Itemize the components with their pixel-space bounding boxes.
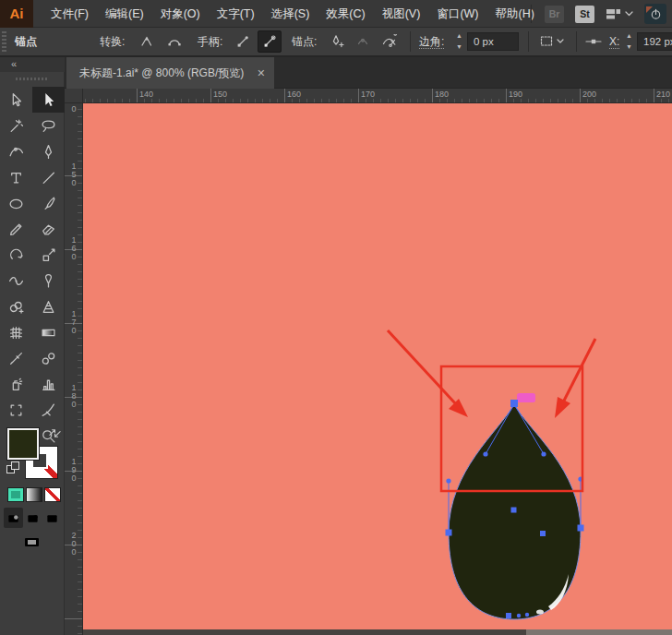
horizontal-scrollbar[interactable] bbox=[83, 629, 672, 635]
width-tool[interactable] bbox=[0, 268, 32, 294]
bottom-anchor bbox=[506, 613, 511, 618]
corner-input[interactable]: 0 px bbox=[467, 32, 519, 51]
mesh-icon bbox=[8, 325, 24, 341]
eraser-icon bbox=[41, 222, 56, 237]
x-stepper[interactable]: ▲ ▼ bbox=[624, 32, 634, 51]
anchor-position-icon bbox=[582, 30, 606, 53]
horizontal-ruler[interactable]: 140150160170180190200210 bbox=[83, 89, 672, 103]
vertical-ruler[interactable]: 140150160170180190200 bbox=[65, 103, 83, 635]
artboard-icon bbox=[8, 402, 24, 418]
control-bar-title: 锚点 bbox=[15, 28, 37, 55]
artboard-tool[interactable] bbox=[0, 397, 32, 423]
workspace-switcher[interactable] bbox=[606, 7, 633, 21]
blend-tool[interactable] bbox=[32, 345, 65, 371]
remove-anchor-button[interactable] bbox=[351, 30, 375, 53]
tools-panel-grip[interactable] bbox=[16, 78, 49, 80]
show-handles-button[interactable] bbox=[258, 30, 282, 53]
convert-to-smooth-button[interactable] bbox=[162, 30, 186, 53]
stepper-down-icon[interactable]: ▼ bbox=[456, 43, 462, 51]
stepper-up-icon[interactable]: ▲ bbox=[626, 32, 632, 40]
fill-swatch[interactable] bbox=[7, 428, 39, 460]
x-label[interactable]: X: bbox=[609, 28, 619, 55]
ruler-origin-corner[interactable] bbox=[65, 89, 83, 103]
right-anchor bbox=[578, 525, 584, 532]
rotate-tool[interactable] bbox=[0, 242, 32, 268]
cut-path-button[interactable] bbox=[377, 30, 401, 53]
gradient-button[interactable] bbox=[26, 487, 42, 502]
x-input[interactable]: 192 px bbox=[637, 32, 672, 51]
hide-handles-button[interactable] bbox=[231, 30, 255, 53]
lasso-tool[interactable] bbox=[32, 113, 65, 138]
menu-item-7[interactable]: 窗口(W) bbox=[428, 0, 486, 28]
curvature-tool[interactable] bbox=[0, 138, 32, 164]
document-tab-title: 未标题-1.ai* @ 800% (RGB/预览) bbox=[79, 66, 244, 81]
vruler-label-180: 180 bbox=[69, 384, 78, 409]
add-anchor-button[interactable] bbox=[325, 30, 349, 53]
close-icon[interactable]: ✕ bbox=[257, 67, 265, 79]
menu-item-2[interactable]: 对象(O) bbox=[152, 0, 209, 28]
vruler-label-190: 190 bbox=[69, 458, 78, 483]
panel-grip[interactable] bbox=[2, 31, 6, 54]
type-tool[interactable] bbox=[0, 164, 32, 190]
eraser-tool[interactable] bbox=[32, 216, 65, 242]
color-button[interactable] bbox=[7, 487, 24, 502]
menu-item-6[interactable]: 视图(V) bbox=[374, 0, 429, 28]
mesh-tool[interactable] bbox=[0, 319, 32, 345]
vruler-label-140: 140 bbox=[69, 103, 78, 114]
collapse-panel-icon[interactable]: « bbox=[11, 58, 17, 69]
corner-stepper[interactable]: ▲ ▼ bbox=[454, 32, 464, 51]
stock-icon[interactable]: St bbox=[575, 6, 594, 23]
curvature-icon bbox=[8, 144, 24, 160]
menu-item-1[interactable]: 编辑(E) bbox=[97, 0, 152, 28]
convert-to-corner-button[interactable] bbox=[135, 30, 159, 53]
ellipse-tool[interactable] bbox=[0, 190, 32, 216]
paintbrush-tool[interactable] bbox=[32, 190, 65, 216]
direct-selection-tool[interactable] bbox=[32, 87, 65, 113]
vruler-label-160: 160 bbox=[69, 236, 78, 261]
shaper-tool[interactable] bbox=[0, 216, 32, 242]
pink-handle[interactable] bbox=[517, 393, 535, 402]
perspective-grid-tool[interactable] bbox=[32, 294, 65, 319]
menu-item-5[interactable]: 效果(C) bbox=[318, 0, 373, 28]
draw-normal-button[interactable] bbox=[4, 508, 23, 528]
apex-anchor bbox=[510, 400, 518, 407]
draw-inside-button[interactable] bbox=[42, 508, 62, 528]
symbol-sprayer-tool[interactable] bbox=[0, 371, 32, 397]
column-graph-tool[interactable] bbox=[32, 371, 65, 397]
document-tab[interactable]: 未标题-1.ai* @ 800% (RGB/预览) ✕ bbox=[66, 57, 274, 89]
symbol-sprayer-icon bbox=[8, 377, 24, 392]
stepper-down-icon[interactable]: ▼ bbox=[626, 43, 632, 51]
shape-builder-tool[interactable] bbox=[0, 294, 32, 319]
draw-behind-button[interactable] bbox=[23, 508, 42, 528]
screen-mode-button[interactable] bbox=[20, 533, 44, 554]
gradient-tool[interactable] bbox=[32, 319, 65, 345]
pen-tool[interactable] bbox=[32, 138, 65, 164]
line-segment-tool[interactable] bbox=[32, 164, 65, 190]
menu-item-0[interactable]: 文件(F) bbox=[42, 0, 97, 28]
hruler-label-210: 210 bbox=[656, 90, 670, 99]
artboard-canvas[interactable] bbox=[83, 103, 672, 629]
swap-fill-stroke-icon[interactable] bbox=[48, 426, 62, 440]
scrollbar-thumb[interactable] bbox=[83, 629, 526, 635]
selection-icon bbox=[8, 92, 24, 108]
bridge-icon[interactable]: Br bbox=[545, 6, 564, 23]
divider bbox=[410, 31, 411, 52]
isolate-selected-button[interactable] bbox=[535, 30, 569, 53]
menu-item-4[interactable]: 选择(S) bbox=[263, 0, 318, 28]
workspace-icon bbox=[606, 7, 621, 21]
divider bbox=[531, 5, 532, 23]
tools-grid bbox=[0, 87, 65, 449]
corner-label[interactable]: 边角: bbox=[419, 28, 444, 55]
power-icon[interactable] bbox=[644, 4, 666, 24]
selection-tool[interactable] bbox=[0, 87, 32, 113]
scale-tool[interactable] bbox=[32, 242, 65, 268]
slice-tool[interactable] bbox=[32, 397, 65, 423]
magic-wand-tool[interactable] bbox=[0, 113, 32, 138]
puppet-warp-tool[interactable] bbox=[32, 268, 65, 294]
menu-item-3[interactable]: 文字(T) bbox=[209, 0, 263, 28]
none-button[interactable] bbox=[44, 487, 61, 502]
default-fill-stroke-icon[interactable] bbox=[6, 461, 19, 474]
stepper-up-icon[interactable]: ▲ bbox=[456, 32, 462, 40]
scale-icon bbox=[41, 247, 56, 263]
eyedropper-tool[interactable] bbox=[0, 345, 32, 371]
